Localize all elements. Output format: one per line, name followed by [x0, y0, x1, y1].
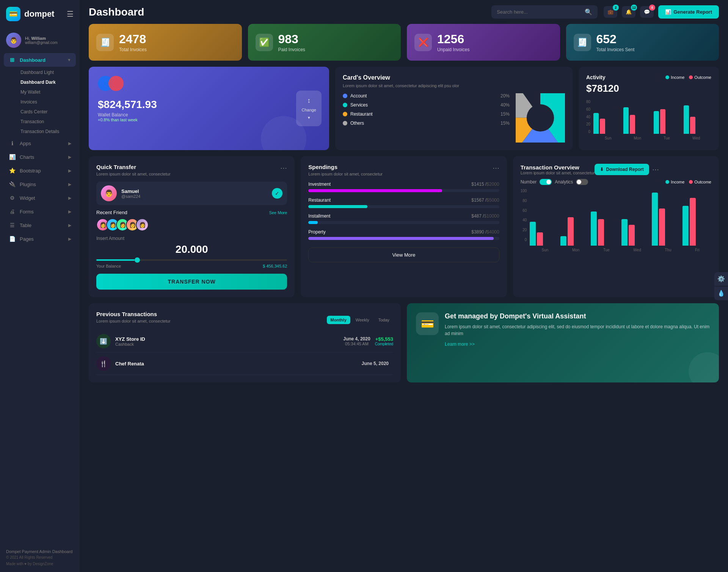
- activity-card: Activity Income Outcome $78120 806040200: [579, 67, 719, 150]
- outcome-label: Outcome: [694, 75, 711, 80]
- sidebar-sub-invoices[interactable]: Invoices: [16, 97, 80, 107]
- tx-menu[interactable]: ⋯: [652, 165, 659, 174]
- spending-installment-header: Installment $487 /$10000: [308, 213, 499, 219]
- legend-label-account: Account: [350, 93, 367, 99]
- change-button[interactable]: ↕ Change ▾: [296, 91, 322, 126]
- tx-bar-mon-income: [560, 236, 566, 246]
- forms-icon: 🖨: [8, 208, 16, 215]
- chat-button[interactable]: 💬 8: [640, 6, 654, 18]
- paid-invoices-label: Paid Invoices: [278, 47, 305, 52]
- spendings-menu[interactable]: ⋯: [493, 164, 499, 172]
- bar-wed-income: [684, 105, 689, 134]
- download-report-button[interactable]: ⬇ Download Report: [595, 164, 649, 175]
- tx-bar-thu-income: [652, 193, 658, 246]
- total-invoices-number: 2478: [119, 32, 147, 46]
- plugins-label: Plugins: [20, 182, 64, 187]
- number-toggle[interactable]: [540, 179, 552, 185]
- quick-transfer-menu[interactable]: ⋯: [280, 164, 287, 172]
- tx-name-xyz: XYZ Store ID: [115, 336, 339, 342]
- sidebar-item-table[interactable]: ☰ Table ▶: [4, 219, 76, 232]
- tx-header: Transaction Overview Lorem ipsum dolor s…: [521, 164, 711, 175]
- tx-icon-chef: 🍴: [96, 356, 111, 371]
- spending-investment-header: Investment $1415 /$2000: [308, 182, 499, 187]
- activity-bars: SunMonTueWed: [593, 100, 711, 140]
- paid-invoices-number: 983: [278, 32, 305, 46]
- sidebar-sub-transaction-details[interactable]: Transaction Details: [16, 127, 80, 136]
- sidebar-item-forms[interactable]: 🖨 Forms ▶: [4, 205, 76, 218]
- briefcase-badge: 2: [613, 5, 619, 11]
- contact-handle: @sam224: [121, 194, 140, 199]
- dashboard-icon: ⊞: [8, 57, 16, 63]
- tx-bar-tue: [591, 212, 620, 246]
- hamburger-menu[interactable]: ☰: [67, 9, 74, 19]
- bar-wed-outcome: [690, 117, 695, 134]
- briefcase-button[interactable]: 💼 2: [604, 6, 617, 18]
- tx-bars-wrap: SunMonTueWedThuFri: [530, 189, 711, 252]
- sidebar-item-apps[interactable]: ℹ Apps ▶: [4, 137, 76, 150]
- tab-weekly[interactable]: Weekly: [352, 316, 373, 324]
- sidebar-item-plugins[interactable]: 🔌 Plugins ▶: [4, 178, 76, 191]
- spending-installment: Installment $487 /$10000: [308, 213, 499, 224]
- income-dot: [665, 75, 669, 79]
- tx-bar-tue-outcome: [598, 219, 604, 246]
- legend-services: Services 40%: [343, 102, 510, 108]
- spendings-card: Spendings Lorem ipsum dolor sit amet, co…: [301, 156, 507, 297]
- sidebar-sub-dashboard-light[interactable]: Dashboard Light: [16, 67, 80, 77]
- activity-amount: $78120: [586, 83, 711, 94]
- download-label: Download Report: [606, 167, 643, 172]
- contact-check-icon: ✓: [272, 188, 282, 199]
- income-legend: Income: [665, 75, 684, 80]
- generate-report-button[interactable]: 📊 Generate Report: [658, 5, 719, 19]
- sidebar-sub-dashboard-dark[interactable]: Dashboard Dark: [16, 77, 80, 87]
- prev-subtitle: Lorem ipsum dolor sit amet, consectetur: [96, 319, 171, 323]
- unpaid-invoices-label: Unpaid Invoices: [437, 47, 469, 52]
- sidebar-item-charts[interactable]: 📊 Charts ▶: [4, 150, 76, 163]
- bar-chart: [593, 100, 711, 134]
- sidebar-sub-transaction[interactable]: Transaction: [16, 117, 80, 127]
- sidebar-sub-my-wallet[interactable]: My Wallet: [16, 87, 80, 97]
- sidebar: 💳 dompet ☰ 👨 Hi, William william@gmail.c…: [0, 0, 80, 572]
- bell-button[interactable]: 🔔 12: [622, 6, 635, 18]
- va-link[interactable]: Learn more >>: [445, 342, 710, 347]
- see-more-link[interactable]: See More: [269, 210, 287, 215]
- contact-item: 👨 Samuel @sam224 ✓: [96, 182, 287, 205]
- tx-date-main-xyz: June 4, 2020: [343, 336, 370, 342]
- tx-bar-thu: [652, 193, 681, 246]
- view-more-button[interactable]: View More: [308, 248, 499, 262]
- sent-invoices-icon: 🧾: [574, 34, 591, 51]
- sidebar-item-pages[interactable]: 📄 Pages ▶: [4, 232, 76, 245]
- tab-monthly[interactable]: Monthly: [327, 316, 350, 324]
- main-content: Dashboard 🔍 💼 2 🔔 12 💬 8 📊 Generate Repo…: [80, 0, 728, 572]
- circle-red: [108, 76, 124, 91]
- bell-badge: 12: [631, 5, 637, 11]
- tab-today[interactable]: Today: [375, 316, 393, 324]
- sent-invoices-label: Total Invoices Sent: [596, 47, 635, 52]
- tx-info-xyz: XYZ Store ID Cashback: [115, 336, 339, 346]
- balance-row: Your Balance $ 456,345.62: [96, 264, 287, 268]
- tx-date-chef: June 5, 2020: [362, 361, 389, 366]
- recent-friend-row: Recent Friend See More: [96, 210, 287, 215]
- sidebar-item-widget[interactable]: ⚙ Widget ▶: [4, 191, 76, 204]
- transfer-button[interactable]: TRANSFER NOW: [96, 274, 287, 290]
- right-settings-button[interactable]: ⚙️: [714, 272, 728, 286]
- sidebar-sub-cards-center[interactable]: Cards Center: [16, 107, 80, 117]
- tx-bar-wed-income: [621, 219, 628, 246]
- right-theme-button[interactable]: 💧: [714, 287, 728, 300]
- sidebar-item-dashboard[interactable]: ⊞ Dashboard ▼: [4, 53, 76, 67]
- greeting: Hi, William: [25, 36, 58, 41]
- spending-investment-label: Investment: [308, 182, 331, 187]
- prev-header-info: Previous Transactions Lorem ipsum dolor …: [96, 311, 171, 329]
- cards-overview-subtitle: Lorem ipsum dolor sit amet, consectetur …: [343, 83, 565, 88]
- sidebar-item-bootstrap[interactable]: ⭐ Bootstrap ▶: [4, 164, 76, 177]
- forms-label: Forms: [20, 209, 64, 215]
- tx-header-info: Transaction Overview Lorem ipsum dolor s…: [521, 164, 595, 175]
- spending-property: Property $3890 /$4000: [308, 229, 499, 240]
- legend-pct-services: 40%: [500, 102, 510, 108]
- quick-transfer-card: Quick Transfer Lorem ipsum dolor sit ame…: [89, 156, 295, 297]
- change-arrows-icon: ↕: [307, 97, 311, 105]
- briefcase-icon: 💼: [607, 9, 613, 15]
- analytics-toggle[interactable]: [576, 179, 588, 185]
- amount-slider-thumb[interactable]: [135, 257, 140, 263]
- search-input[interactable]: [497, 9, 582, 15]
- spendings-header: Spendings Lorem ipsum dolor sit amet, co…: [308, 164, 499, 182]
